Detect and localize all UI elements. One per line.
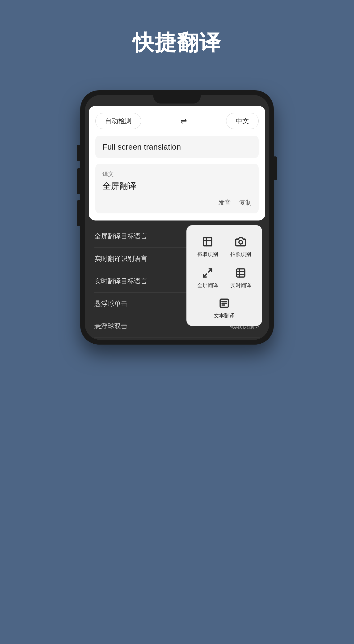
translation-result-box: 译文 全屏翻译 发音 复制 (95, 164, 259, 214)
page-title: 快捷翻译 (133, 28, 221, 57)
quick-item-crop-recognize[interactable]: 截取识别 (191, 231, 224, 262)
translation-card: 自动检测 ⇌ 中文 Full screen translation 译文 全屏翻… (89, 106, 265, 220)
realtime-icon (234, 266, 247, 280)
phone-screen: 自动检测 ⇌ 中文 Full screen translation 译文 全屏翻… (85, 95, 269, 340)
quick-item-fullscreen-translate[interactable]: 全屏翻译 (191, 262, 224, 293)
translation-label: 译文 (102, 170, 252, 178)
setting-label-realtime-source: 实时翻译识别语言 (94, 254, 147, 263)
phone-notch (153, 95, 201, 104)
crop-recognize-label: 截取识别 (197, 251, 218, 258)
setting-label-float-double: 悬浮球双击 (94, 322, 127, 331)
svg-rect-4 (237, 269, 245, 277)
phone-mockup: 自动检测 ⇌ 中文 Full screen translation 译文 全屏翻… (80, 90, 274, 344)
language-selector-row: 自动检测 ⇌ 中文 (95, 113, 259, 129)
silent-button (77, 145, 80, 161)
text-translate-icon (218, 296, 231, 310)
phone-frame: 自动检测 ⇌ 中文 Full screen translation 译文 全屏翻… (80, 90, 274, 344)
settings-area: 全屏翻译目标语言 中文 > 实时翻译识别语言 实时翻译目标语言 悬浮球单击 功能… (85, 220, 269, 340)
crop-icon (201, 235, 214, 248)
setting-label-fullscreen-target: 全屏翻译目标语言 (94, 232, 147, 241)
setting-label-realtime-target: 实时翻译目标语言 (94, 277, 147, 286)
text-translate-label: 文本翻译 (214, 312, 235, 319)
source-text: Full screen translation (102, 142, 252, 152)
pronounce-button[interactable]: 发音 (218, 198, 231, 207)
svg-point-1 (239, 240, 242, 244)
fullscreen-icon (201, 266, 214, 280)
quick-item-realtime-translate[interactable]: 实时翻译 (224, 262, 257, 293)
realtime-translate-label: 实时翻译 (230, 282, 251, 289)
translation-actions: 发音 复制 (102, 198, 252, 207)
copy-button[interactable]: 复制 (239, 198, 252, 207)
svg-rect-0 (204, 238, 212, 246)
setting-label-float-single: 悬浮球单击 (94, 299, 127, 308)
target-language-button[interactable]: 中文 (226, 113, 259, 129)
translation-text: 全屏翻译 (102, 180, 252, 192)
fullscreen-translate-label: 全屏翻译 (197, 282, 218, 289)
camera-icon (234, 235, 247, 248)
volume-down-button (77, 200, 80, 226)
swap-language-icon[interactable]: ⇌ (180, 116, 187, 126)
photo-recognize-label: 拍照识别 (230, 251, 251, 258)
quick-item-photo-recognize[interactable]: 拍照识别 (224, 231, 257, 262)
source-language-button[interactable]: 自动检测 (95, 113, 141, 129)
source-text-box[interactable]: Full screen translation (95, 136, 259, 158)
quick-item-text-translate[interactable]: 文本翻译 (191, 293, 257, 320)
volume-up-button (77, 168, 80, 194)
power-button (274, 156, 277, 180)
quick-action-popup: 截取识别 拍照识别 (186, 225, 262, 326)
